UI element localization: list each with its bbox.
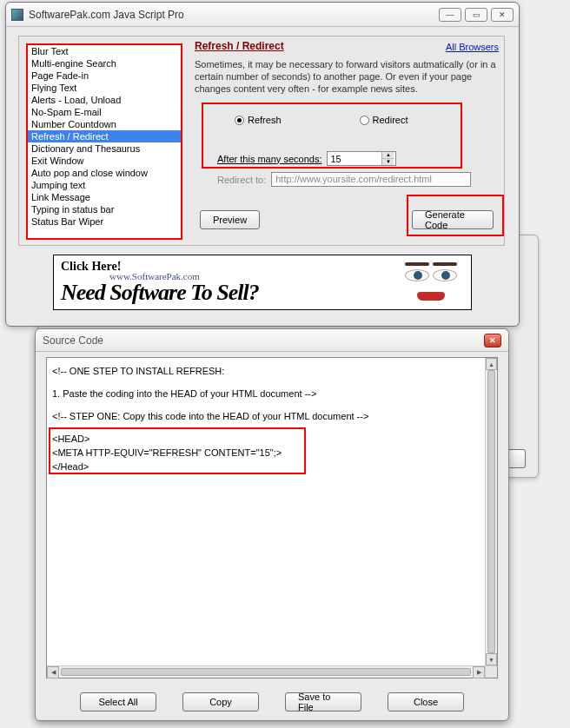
radio-redirect[interactable]: Redirect bbox=[360, 115, 408, 125]
source-close-icon[interactable]: ✕ bbox=[484, 334, 501, 347]
ad-banner[interactable]: Click Here! www.SoftwarePak.com Need Sof… bbox=[53, 255, 472, 310]
source-title: Source Code bbox=[43, 334, 484, 347]
list-item[interactable]: Auto pop and close window bbox=[28, 167, 181, 179]
scroll-right-icon[interactable]: ▶ bbox=[473, 666, 485, 678]
maximize-button[interactable]: ▭ bbox=[465, 8, 487, 22]
banner-face-icon bbox=[401, 262, 464, 302]
source-body: <!-- ONE STEP TO INSTALL REFRESH: 1. Pas… bbox=[46, 357, 498, 678]
list-item[interactable]: No-Spam E-mail bbox=[28, 106, 181, 118]
banner-line2: Need Software To Sell? bbox=[61, 281, 401, 304]
app-icon bbox=[11, 9, 23, 21]
body-panel: Blur TextMulti-engine SearchPage Fade-in… bbox=[18, 36, 505, 246]
titlebar: SoftwarePak.com Java Script Pro — ▭ ✕ bbox=[6, 3, 519, 27]
seconds-spinner[interactable]: ▲ ▼ bbox=[327, 151, 396, 166]
save-to-file-button[interactable]: Save to File bbox=[285, 692, 361, 711]
radio-dot-icon bbox=[360, 116, 369, 125]
source-code-window: Source Code ✕ <!-- ONE STEP TO INSTALL R… bbox=[35, 328, 509, 721]
close-button[interactable]: Close bbox=[388, 692, 464, 711]
scroll-left-icon[interactable]: ◀ bbox=[47, 666, 59, 678]
detail-panel: Refresh / Redirect All Browsers Sometime… bbox=[195, 40, 499, 242]
vertical-scrollbar[interactable]: ▲ ▼ bbox=[485, 358, 497, 665]
list-item[interactable]: Page Fade-in bbox=[28, 69, 181, 82]
scroll-down-icon[interactable]: ▼ bbox=[486, 653, 497, 665]
list-item[interactable]: Refresh / Redirect bbox=[28, 130, 181, 142]
spinner-down-icon[interactable]: ▼ bbox=[382, 159, 394, 165]
list-item[interactable]: Flying Text bbox=[28, 82, 181, 94]
scroll-corner bbox=[485, 665, 497, 678]
radio-dot-icon bbox=[235, 116, 244, 125]
copy-button[interactable]: Copy bbox=[182, 692, 259, 711]
main-window: SoftwarePak.com Java Script Pro — ▭ ✕ Bl… bbox=[5, 2, 520, 327]
generate-code-button[interactable]: Generate Code bbox=[412, 210, 494, 229]
list-item[interactable]: Multi-engine Search bbox=[28, 57, 181, 69]
panel-heading: Refresh / Redirect bbox=[195, 40, 284, 52]
close-button[interactable]: ✕ bbox=[491, 8, 514, 22]
code-line: <!-- STEP ONE: Copy this code into the H… bbox=[52, 410, 481, 424]
spinner-up-icon[interactable]: ▲ bbox=[382, 152, 394, 159]
code-line: 1. Paste the coding into the HEAD of you… bbox=[52, 387, 481, 401]
radio-refresh[interactable]: Refresh bbox=[235, 115, 282, 125]
select-all-button[interactable]: Select All bbox=[80, 692, 156, 711]
redirect-url-input[interactable]: http://www.yoursite.com/redirect.html bbox=[271, 172, 471, 187]
minimize-button[interactable]: — bbox=[439, 8, 461, 22]
radio-redirect-label: Redirect bbox=[373, 115, 408, 125]
highlight-box-code bbox=[49, 427, 306, 474]
scroll-thumb[interactable] bbox=[487, 370, 495, 653]
hscroll-thumb[interactable] bbox=[61, 668, 471, 676]
list-item[interactable]: Blur Text bbox=[28, 45, 181, 57]
seconds-label: After this many seconds: bbox=[217, 154, 321, 164]
list-item[interactable]: Exit Window bbox=[28, 155, 181, 167]
list-item[interactable]: Jumping text bbox=[28, 179, 181, 191]
window-title: SoftwarePak.com Java Script Pro bbox=[29, 9, 439, 21]
list-item[interactable]: Number Countdown bbox=[28, 118, 181, 130]
scroll-up-icon[interactable]: ▲ bbox=[486, 358, 497, 370]
list-item[interactable]: Typing in status bar bbox=[28, 203, 181, 215]
seconds-input[interactable] bbox=[328, 152, 381, 165]
script-list[interactable]: Blur TextMulti-engine SearchPage Fade-in… bbox=[26, 43, 182, 240]
preview-button[interactable]: Preview bbox=[200, 210, 260, 229]
source-titlebar: Source Code ✕ bbox=[36, 329, 508, 352]
horizontal-scrollbar[interactable]: ◀ ▶ bbox=[47, 665, 485, 678]
list-item[interactable]: Status Bar Wiper bbox=[28, 215, 181, 228]
radio-refresh-label: Refresh bbox=[248, 115, 282, 125]
redirect-label: Redirect to: bbox=[217, 175, 266, 185]
list-item[interactable]: Alerts - Load, Unload bbox=[28, 94, 181, 106]
list-item[interactable]: Link Message bbox=[28, 191, 181, 203]
code-line: <!-- ONE STEP TO INSTALL REFRESH: bbox=[52, 365, 481, 379]
all-browsers-link[interactable]: All Browsers bbox=[446, 42, 499, 52]
panel-description: Sometimes, it may be necessary to forwar… bbox=[195, 59, 499, 95]
list-item[interactable]: Dictionary and Thesaurus bbox=[28, 142, 181, 155]
